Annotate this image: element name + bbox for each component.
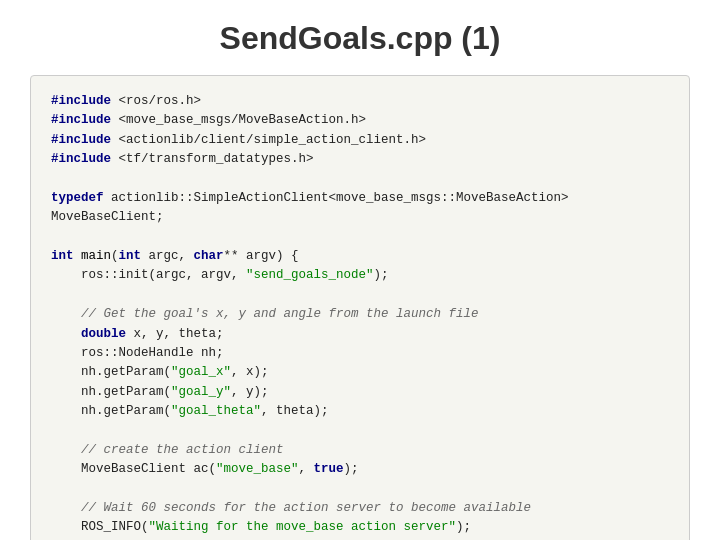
code-line-blank1 — [51, 170, 669, 189]
code-line-var2: ros::NodeHandle nh; — [51, 344, 669, 363]
code-line-blank3 — [51, 286, 669, 305]
code-line-typedef2: MoveBaseClient; — [51, 208, 669, 227]
code-line-inc1: #include <ros/ros.h> — [51, 92, 669, 111]
code-block: #include <ros/ros.h> #include <move_base… — [30, 75, 690, 540]
code-line-param2: nh.getParam("goal_y", y); — [51, 383, 669, 402]
code-line-blank2 — [51, 228, 669, 247]
code-line-client1: MoveBaseClient ac("move_base", true); — [51, 460, 669, 479]
code-line-cm1: // Get the goal's x, y and angle from th… — [51, 305, 669, 324]
code-line-param3: nh.getParam("goal_theta", theta); — [51, 402, 669, 421]
code-line-typedef1: typedef actionlib::SimpleActionClient<mo… — [51, 189, 669, 208]
code-line-wait1: ROS_INFO("Waiting for the move_base acti… — [51, 518, 669, 537]
code-line-inc2: #include <move_base_msgs/MoveBaseAction.… — [51, 111, 669, 130]
code-line-main2: ros::init(argc, argv, "send_goals_node")… — [51, 266, 669, 285]
code-line-blank4 — [51, 421, 669, 440]
code-line-cm2: // create the action client — [51, 441, 669, 460]
code-line-cm3: // Wait 60 seconds for the action server… — [51, 499, 669, 518]
code-line-inc4: #include <tf/transform_datatypes.h> — [51, 150, 669, 169]
code-line-param1: nh.getParam("goal_x", x); — [51, 363, 669, 382]
code-line-inc3: #include <actionlib/client/simple_action… — [51, 131, 669, 150]
page-title: SendGoals.cpp (1) — [220, 20, 501, 57]
code-line-main1: int main(int argc, char** argv) { — [51, 247, 669, 266]
code-line-var1: double x, y, theta; — [51, 325, 669, 344]
code-line-blank5 — [51, 480, 669, 499]
